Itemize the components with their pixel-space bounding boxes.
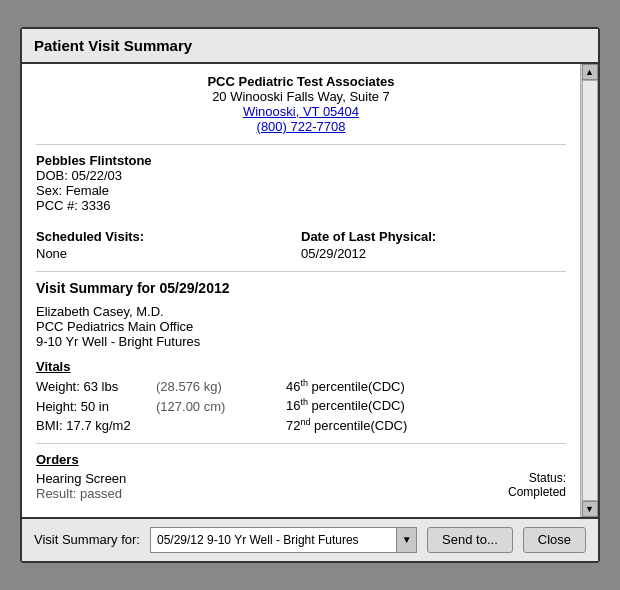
order-left: Hearing Screen Result: passed (36, 471, 508, 501)
weight-pct-text: percentile(CDC) (308, 379, 405, 394)
height-row: Height: 50 in (127.00 cm) 16th percentil… (36, 397, 566, 413)
visit-type: 9-10 Yr Well - Bright Futures (36, 334, 566, 349)
dialog-body: PCC Pediatric Test Associates 20 Winoosk… (22, 64, 598, 517)
clinic-phone: (800) 722-7708 (36, 119, 566, 134)
patient-dob: DOB: 05/22/03 (36, 168, 566, 183)
weight-percentile: 46th percentile(CDC) (286, 378, 566, 394)
bmi-pct-num: 72 (286, 418, 300, 433)
order-result: Result: passed (36, 486, 508, 501)
content-area: PCC Pediatric Test Associates 20 Winoosk… (22, 64, 580, 517)
provider-name: Elizabeth Casey, M.D. (36, 304, 566, 319)
scheduled-label: Scheduled Visits: (36, 229, 301, 244)
result-value: passed (80, 486, 122, 501)
order-row: Hearing Screen Result: passed Status: Co… (36, 471, 566, 501)
scrollbar[interactable]: ▲ ▼ (580, 64, 598, 517)
footer-label: Visit Summary for: (34, 532, 140, 547)
weight-pct-sup: th (300, 378, 308, 388)
scroll-up-button[interactable]: ▲ (582, 64, 598, 80)
orders-label: Orders (36, 452, 566, 467)
weight-row: Weight: 63 lbs (28.576 kg) 46th percenti… (36, 378, 566, 394)
visit-summary-header: Visit Summary for 05/29/2012 (36, 280, 566, 296)
patient-visit-summary-dialog: Patient Visit Summary PCC Pediatric Test… (20, 27, 600, 563)
send-to-button[interactable]: Send to... (427, 527, 513, 553)
clinic-address1: 20 Winooski Falls Way, Suite 7 (36, 89, 566, 104)
scroll-down-button[interactable]: ▼ (582, 501, 598, 517)
dialog-footer: Visit Summary for: 05/29/12 9-10 Yr Well… (22, 517, 598, 561)
height-pct-text: percentile(CDC) (308, 399, 405, 414)
scheduled-right: Date of Last Physical: 05/29/2012 (301, 229, 566, 261)
vitals-label: Vitals (36, 359, 566, 374)
bmi-pct-text: percentile(CDC) (310, 418, 407, 433)
result-label: Result: (36, 486, 76, 501)
weight-metric: (28.576 kg) (156, 379, 286, 394)
weight-pct-num: 46 (286, 379, 300, 394)
dob-label: DOB: (36, 168, 68, 183)
weight-primary: Weight: 63 lbs (36, 379, 156, 394)
divider-3 (36, 443, 566, 444)
patient-name: Pebbles Flintstone (36, 153, 566, 168)
vitals-section: Vitals Weight: 63 lbs (28.576 kg) 46th p… (36, 359, 566, 433)
order-name: Hearing Screen (36, 471, 508, 486)
visit-select-wrapper: 05/29/12 9-10 Yr Well - Bright Futures ▼ (150, 527, 417, 553)
height-pct-num: 16 (286, 399, 300, 414)
order-status: Status: Completed (508, 471, 566, 499)
status-label: Status: (508, 471, 566, 485)
close-button[interactable]: Close (523, 527, 586, 553)
bmi-percentile: 72nd percentile(CDC) (286, 417, 566, 433)
last-physical-label: Date of Last Physical: (301, 229, 566, 244)
patient-info: Pebbles Flintstone DOB: 05/22/03 Sex: Fe… (36, 153, 566, 213)
patient-pcc: PCC #: 3336 (36, 198, 566, 213)
bmi-primary: BMI: 17.7 kg/m2 (36, 418, 156, 433)
provider-info: Elizabeth Casey, M.D. PCC Pediatrics Mai… (36, 304, 566, 349)
divider-1 (36, 144, 566, 145)
dob-value: 05/22/03 (71, 168, 122, 183)
clinic-address2: Winooski, VT 05404 (36, 104, 566, 119)
select-arrow-icon[interactable]: ▼ (397, 527, 417, 553)
pcc-value: 3336 (82, 198, 111, 213)
bmi-row: BMI: 17.7 kg/m2 72nd percentile(CDC) (36, 417, 566, 433)
height-pct-sup: th (300, 397, 308, 407)
patient-sex: Sex: Female (36, 183, 566, 198)
visit-select[interactable]: 05/29/12 9-10 Yr Well - Bright Futures (150, 527, 397, 553)
scheduled-left: Scheduled Visits: None (36, 229, 301, 261)
provider-office: PCC Pediatrics Main Office (36, 319, 566, 334)
clinic-info: PCC Pediatric Test Associates 20 Winoosk… (36, 74, 566, 134)
pcc-label: PCC #: (36, 198, 78, 213)
height-metric: (127.00 cm) (156, 399, 286, 414)
height-percentile: 16th percentile(CDC) (286, 397, 566, 413)
sex-label: Sex: (36, 183, 62, 198)
scheduled-section: Scheduled Visits: None Date of Last Phys… (36, 225, 566, 261)
last-physical-value: 05/29/2012 (301, 246, 566, 261)
height-primary: Height: 50 in (36, 399, 156, 414)
sex-value: Female (66, 183, 109, 198)
clinic-name: PCC Pediatric Test Associates (36, 74, 566, 89)
divider-2 (36, 271, 566, 272)
scroll-track[interactable] (582, 80, 598, 501)
status-value: Completed (508, 485, 566, 499)
dialog-title: Patient Visit Summary (22, 29, 598, 64)
bmi-pct-sup: nd (300, 417, 310, 427)
scheduled-value: None (36, 246, 301, 261)
orders-section: Orders Hearing Screen Result: passed Sta… (36, 452, 566, 501)
